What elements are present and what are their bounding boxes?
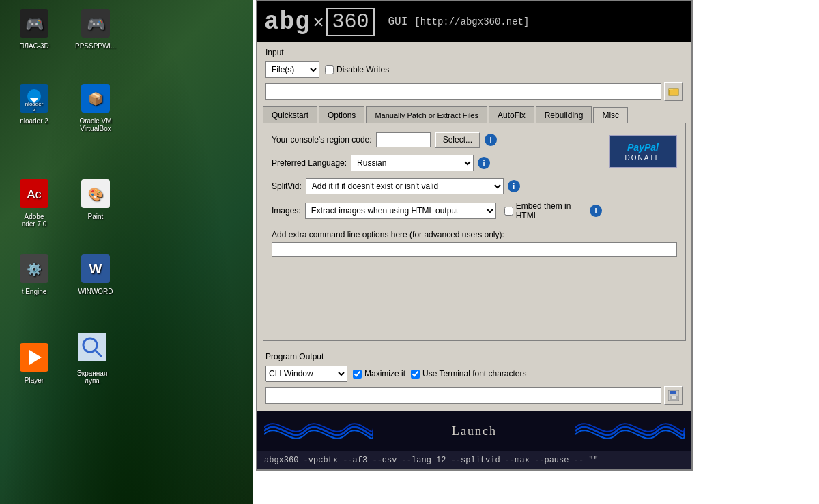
desktop-icon-label: Paint <box>68 213 123 220</box>
app-header: abg ✕ 360 GUI [http://abgx360.net] <box>257 1 691 42</box>
images-info-icon[interactable]: i <box>590 205 602 217</box>
desktop-icon-magnifier[interactable]: Экраннаялупа <box>65 334 119 385</box>
launch-bar: Launch <box>257 411 691 451</box>
extra-options-label: Add extra command line options here (for… <box>272 230 677 239</box>
paypal-logo: PayPal <box>627 142 659 153</box>
program-output-section: Program Output CLI Window Log File Maxim… <box>257 346 691 411</box>
file-path-input[interactable] <box>265 83 661 100</box>
disable-writes-label[interactable]: Disable Writes <box>325 65 389 74</box>
desktop-icon-label: Player <box>7 376 61 384</box>
svg-text:🎮: 🎮 <box>25 15 44 33</box>
logo-abg: abg <box>264 8 311 36</box>
tab-quickstart[interactable]: Quickstart <box>263 106 317 123</box>
save-icon <box>668 390 679 401</box>
paypal-donate-button[interactable]: PayPal DONATE <box>609 135 677 168</box>
tab-manually-patch[interactable]: Manually Patch or Extract Files <box>366 106 487 123</box>
svg-text:2: 2 <box>33 106 36 113</box>
svg-text:🎨: 🎨 <box>88 187 104 202</box>
language-row: Preferred Language: Russian English Germ… <box>272 155 602 171</box>
language-label: Preferred Language: <box>272 158 347 168</box>
desktop-icon-label: Oracle VMVirtualBox <box>68 117 123 132</box>
splitvid-row: SplitVid: Add it if it doesn't exist or … <box>272 178 602 194</box>
output-path-row <box>265 386 683 405</box>
desktop-icon-adobe[interactable]: Ac Adobender 7.0 <box>7 177 61 228</box>
desktop-icon-ppsspp[interactable]: 🎮 PPSSPPWi... <box>68 7 123 50</box>
file-input-row <box>265 82 683 101</box>
desktop-icon-player[interactable]: Player <box>7 341 61 384</box>
desktop-icon-paint[interactable]: 🎨 Paint <box>68 177 123 220</box>
maximize-checkbox[interactable] <box>353 370 362 379</box>
input-type-select[interactable]: File(s) Directory <box>265 61 319 78</box>
cmd-bar: abgx360 -vpcbtx --af3 --csv --lang 12 --… <box>257 451 691 469</box>
output-options-row: CLI Window Log File Maximize it Use Term… <box>265 366 683 382</box>
tab-rebuilding[interactable]: Rebuilding <box>536 106 592 123</box>
extra-options-section: Add extra command line options here (for… <box>272 230 677 257</box>
desktop-icon-label: nloader 2 <box>7 117 61 125</box>
output-path-input[interactable] <box>265 387 661 404</box>
save-button[interactable] <box>664 386 683 405</box>
images-select[interactable]: Extract images when using HTML output Em… <box>305 203 496 219</box>
wave-right-decoration <box>575 414 685 448</box>
gui-label: GUI <box>388 16 408 28</box>
desktop-icon-virtualbox[interactable]: 📦 Oracle VMVirtualBox <box>68 82 123 132</box>
input-label: Input <box>265 48 683 57</box>
logo-container: abg ✕ 360 GUI [http://abgx360.net] <box>264 8 529 36</box>
launch-button[interactable]: Launch <box>452 424 497 439</box>
svg-rect-21 <box>78 333 106 361</box>
language-select[interactable]: Russian English German French <box>351 155 474 171</box>
language-info-icon[interactable]: i <box>478 157 490 169</box>
desktop-icon-label: Экраннаялупа <box>65 370 119 385</box>
terminal-font-label[interactable]: Use Terminal font characters <box>411 369 527 379</box>
header-url: [http://abgx360.net] <box>414 16 529 27</box>
desktop-icon-label: t Engine <box>7 288 61 295</box>
misc-tab-content: Your console's region code: Select... i … <box>263 123 686 341</box>
desktop-icon-winword[interactable]: W WINWORD <box>68 252 123 295</box>
svg-text:W: W <box>89 261 102 276</box>
wave-left-decoration <box>264 414 373 448</box>
desktop-icon-downloader[interactable]: nloader 2 nloader 2 <box>7 82 61 125</box>
svg-text:Ac: Ac <box>27 188 41 201</box>
desktop-icon-engine[interactable]: ⚙️ t Engine <box>7 252 61 295</box>
tab-options[interactable]: Options <box>319 106 364 123</box>
output-type-select[interactable]: CLI Window Log File <box>265 366 347 382</box>
images-label: Images: <box>272 206 301 216</box>
region-code-label: Your console's region code: <box>272 135 372 145</box>
tab-misc[interactable]: Misc <box>593 107 628 123</box>
disable-writes-checkbox[interactable] <box>325 65 334 74</box>
desktop-icon-label: PPSSPPWi... <box>68 42 123 50</box>
terminal-font-checkbox[interactable] <box>411 370 420 379</box>
region-code-row: Your console's region code: Select... i <box>272 132 602 148</box>
tab-autofix[interactable]: AutoFix <box>489 106 534 123</box>
select-button[interactable]: Select... <box>435 132 480 148</box>
desktop: 🎮 ПЛАС-3D 🎮 PPSSPPWi... 📦 Oracle VMVirtu… <box>0 0 253 504</box>
images-row: Images: Extract images when using HTML o… <box>272 201 602 220</box>
maximize-label[interactable]: Maximize it <box>353 369 405 379</box>
program-output-label: Program Output <box>265 352 683 361</box>
svg-text:🎮: 🎮 <box>87 15 106 33</box>
logo-cross: ✕ <box>313 11 324 33</box>
desktop-icon-label: WINWORD <box>68 288 123 295</box>
splitvid-select[interactable]: Add it if it doesn't exist or isn't vali… <box>306 178 504 194</box>
embed-html-checkbox[interactable] <box>504 207 513 216</box>
svg-text:📦: 📦 <box>88 91 104 106</box>
region-code-input[interactable] <box>376 132 431 147</box>
extra-options-input[interactable] <box>272 242 677 257</box>
embed-html-label[interactable]: Embed them in HTML <box>504 201 586 220</box>
splitvid-label: SplitVid: <box>272 181 302 191</box>
tab-bar: Quickstart Options Manually Patch or Ext… <box>257 106 691 123</box>
cmd-text: abgx360 -vpcbtx --af3 --csv --lang 12 --… <box>264 456 599 465</box>
browse-button[interactable] <box>664 82 683 101</box>
splitvid-info-icon[interactable]: i <box>508 180 520 192</box>
folder-icon <box>668 86 679 97</box>
app-window: abg ✕ 360 GUI [http://abgx360.net] Input… <box>256 0 693 471</box>
svg-rect-26 <box>670 391 676 394</box>
logo-360: 360 <box>326 8 374 36</box>
svg-rect-28 <box>672 396 676 399</box>
donate-text: DONATE <box>625 154 661 162</box>
svg-text:⚙️: ⚙️ <box>27 262 42 277</box>
region-code-info-icon[interactable]: i <box>485 134 497 146</box>
input-section: Input File(s) Directory Disable Writes <box>257 42 691 106</box>
desktop-icon-label: ПЛАС-3D <box>7 42 61 50</box>
desktop-icon-label: Adobender 7.0 <box>7 213 61 228</box>
desktop-icon-plas3d[interactable]: 🎮 ПЛАС-3D <box>7 7 61 50</box>
